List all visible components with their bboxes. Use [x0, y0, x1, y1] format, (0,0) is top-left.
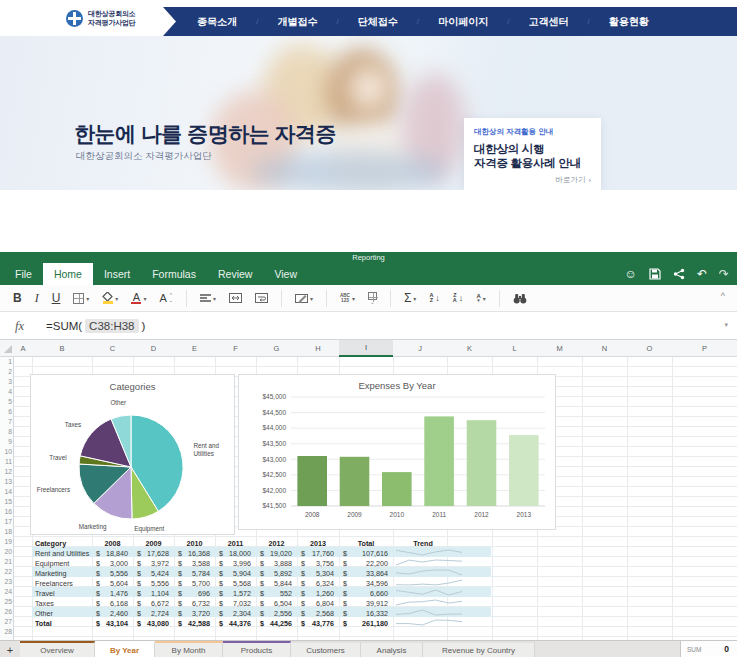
table-cell-value[interactable]: 5,784: [192, 569, 210, 578]
table-cell-value[interactable]: 43,080: [147, 619, 169, 628]
table-cell-value[interactable]: 5,904: [233, 569, 251, 578]
table-cell-value[interactable]: 3,588: [192, 559, 210, 568]
table-cell-value[interactable]: 2,304: [233, 609, 251, 618]
table-cell-value[interactable]: 3,720: [192, 609, 210, 618]
row-header-5[interactable]: 5: [0, 398, 12, 405]
row-header-25[interactable]: 25: [0, 598, 12, 605]
row-header-12[interactable]: 12: [0, 468, 12, 475]
sheet-tab-customers[interactable]: Customers: [291, 641, 361, 657]
sheet-tab-by-month[interactable]: By Month: [155, 641, 223, 657]
table-cell-total[interactable]: 22,200: [366, 559, 388, 568]
menu-tab-insert[interactable]: Insert: [93, 263, 141, 285]
menu-tab-formulas[interactable]: Formulas: [141, 263, 207, 285]
table-cell-value[interactable]: 3,996: [233, 559, 251, 568]
table-cell-category[interactable]: Total: [35, 619, 52, 628]
bar-2008[interactable]: [297, 456, 327, 506]
row-header-15[interactable]: 15: [0, 498, 12, 505]
row-header-14[interactable]: 14: [0, 488, 12, 495]
collapse-ribbon-button[interactable]: ^: [721, 291, 725, 301]
bar-chart[interactable]: Expenses By Year $41,500$42,000$42,500$4…: [238, 374, 556, 530]
table-cell-value[interactable]: 696: [198, 589, 210, 598]
table-cell-total[interactable]: 39,912: [366, 599, 388, 608]
sheet-tab-overview[interactable]: Overview: [20, 641, 95, 657]
hero-card[interactable]: 대한상의 자격활용 안내 대한상의 시행 자격증 활용사례 안내 바로가기 ›: [464, 118, 601, 190]
merge-cells-button[interactable]: [229, 293, 242, 303]
find-button[interactable]: [513, 293, 527, 304]
bar-2013[interactable]: [509, 435, 539, 506]
row-header-13[interactable]: 13: [0, 478, 12, 485]
italic-button[interactable]: I: [35, 291, 39, 306]
table-cell-total[interactable]: 33,864: [366, 569, 388, 578]
row-header-11[interactable]: 11: [0, 458, 12, 465]
menu-tab-review[interactable]: Review: [207, 263, 263, 285]
table-cell-value[interactable]: 6,804: [316, 599, 334, 608]
table-cell-category[interactable]: Rent and Utilities: [35, 549, 89, 558]
bar-2009[interactable]: [340, 457, 370, 506]
table-cell-value[interactable]: 6,504: [274, 599, 292, 608]
bar-2010[interactable]: [382, 472, 412, 506]
table-cell-value[interactable]: 5,556: [151, 579, 169, 588]
table-cell-total[interactable]: 107,616: [362, 549, 388, 558]
table-cell-value[interactable]: 2,724: [151, 609, 169, 618]
nav-item-5[interactable]: 고객센터: [529, 15, 569, 29]
table-cell-category[interactable]: Travel: [35, 589, 55, 598]
row-header-3[interactable]: 3: [0, 378, 12, 385]
table-cell-value[interactable]: 44,256: [270, 619, 292, 628]
sort-descending-button[interactable]: ZA ↓: [453, 293, 463, 304]
menu-tab-file[interactable]: File: [4, 263, 43, 285]
table-cell-value[interactable]: 3,000: [110, 559, 128, 568]
table-cell-value[interactable]: 2,568: [316, 609, 334, 618]
row-header-23[interactable]: 23: [0, 578, 12, 585]
table-cell-value[interactable]: 5,568: [233, 579, 251, 588]
table-cell-value[interactable]: 5,892: [274, 569, 292, 578]
sheet-tab-analysis[interactable]: Analysis: [361, 641, 423, 657]
nav-item-1[interactable]: 종목소개: [197, 15, 237, 29]
hero-banner[interactable]: 한눈에 나를 증명하는 자격증 대한상공회의소 자격평가사업단 대한상의 자격활…: [0, 36, 737, 190]
row-header-7[interactable]: 7: [0, 418, 12, 425]
row-header-28[interactable]: 28: [0, 628, 12, 635]
column-header-O[interactable]: O: [627, 340, 672, 357]
table-cell-total[interactable]: 34,596: [366, 579, 388, 588]
table-cell-value[interactable]: 6,168: [110, 599, 128, 608]
row-header-21[interactable]: 21: [0, 558, 12, 565]
row-header-10[interactable]: 10: [0, 448, 12, 455]
table-cell-total[interactable]: 6,660: [370, 589, 388, 598]
ink-comment-button[interactable]: ▾: [295, 293, 313, 304]
row-header-1[interactable]: 1: [0, 358, 12, 365]
formula-range[interactable]: C38:H38: [85, 319, 138, 333]
table-cell-value[interactable]: 18,840: [106, 549, 128, 558]
table-cell-value[interactable]: 6,672: [151, 599, 169, 608]
sheet-tab-products[interactable]: Products: [223, 641, 291, 657]
underline-button[interactable]: U: [52, 291, 61, 305]
table-cell-category[interactable]: Freelancers: [35, 579, 73, 588]
bar-2011[interactable]: [424, 416, 454, 506]
table-cell-value[interactable]: 43,104: [106, 619, 128, 628]
table-cell-category[interactable]: Taxes: [35, 599, 54, 608]
menu-tab-view[interactable]: View: [263, 263, 308, 285]
row-header-27[interactable]: 27: [0, 618, 12, 625]
table-cell-value[interactable]: 6,732: [192, 599, 210, 608]
table-cell-value[interactable]: 1,260: [316, 589, 334, 598]
bold-button[interactable]: B: [13, 291, 22, 305]
row-header-20[interactable]: 20: [0, 548, 12, 555]
filter-button[interactable]: A▼ ▾: [476, 293, 485, 304]
nav-item-4[interactable]: 마이페이지: [438, 15, 488, 29]
table-cell-value[interactable]: 6,324: [316, 579, 334, 588]
align-button[interactable]: ▾: [200, 294, 216, 303]
table-cell-total[interactable]: 16,332: [366, 609, 388, 618]
column-header-B[interactable]: B: [32, 340, 92, 357]
row-header-4[interactable]: 4: [0, 388, 12, 395]
autosum-button[interactable]: Σ▾: [404, 291, 416, 305]
font-color-button[interactable]: A ▾: [131, 292, 146, 305]
hero-card-link[interactable]: 바로가기 ›: [556, 175, 592, 185]
column-header-F[interactable]: F: [215, 340, 256, 357]
table-cell-value[interactable]: 1,572: [233, 589, 251, 598]
column-header-M[interactable]: M: [537, 340, 582, 357]
table-cell-value[interactable]: 5,700: [192, 579, 210, 588]
insert-cells-button[interactable]: ⌄: [368, 292, 377, 305]
row-header-26[interactable]: 26: [0, 608, 12, 615]
column-header-I[interactable]: I: [339, 340, 393, 357]
column-header-N[interactable]: N: [582, 340, 627, 357]
row-header-18[interactable]: 18: [0, 528, 12, 535]
table-cell-category[interactable]: Marketing: [35, 569, 67, 578]
